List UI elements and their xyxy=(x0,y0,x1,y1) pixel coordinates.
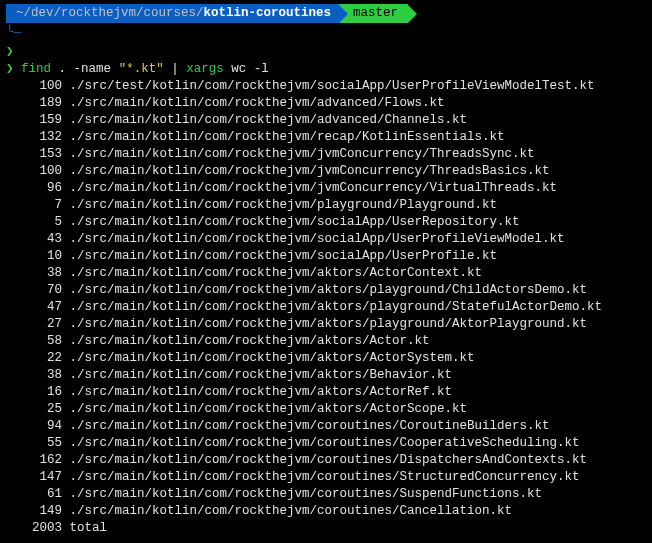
line-count: 159 xyxy=(6,112,62,129)
output-line: 100 ./src/test/kotlin/com/rockthejvm/soc… xyxy=(6,78,646,95)
prompt-char: ❯ xyxy=(6,62,14,76)
output-line: 61 ./src/main/kotlin/com/rockthejvm/coro… xyxy=(6,486,646,503)
file-path: ./src/main/kotlin/com/rockthejvm/advance… xyxy=(62,96,445,110)
command-wc: wc xyxy=(231,62,246,76)
command-find: find xyxy=(21,62,51,76)
output-line: 47 ./src/main/kotlin/com/rockthejvm/akto… xyxy=(6,299,646,316)
file-path: ./src/main/kotlin/com/rockthejvm/jvmConc… xyxy=(62,181,557,195)
path-segment: ~/dev/rockthejvm/courses/kotlin-coroutin… xyxy=(6,4,339,23)
file-path: ./src/main/kotlin/com/rockthejvm/aktors/… xyxy=(62,385,452,399)
line-count: 16 xyxy=(6,384,62,401)
file-path: ./src/main/kotlin/com/rockthejvm/aktors/… xyxy=(62,402,467,416)
command-line[interactable]: ❯ find . -name "*.kt" | xargs wc -l xyxy=(6,61,646,78)
output-line: 43 ./src/main/kotlin/com/rockthejvm/soci… xyxy=(6,231,646,248)
output-line: 38 ./src/main/kotlin/com/rockthejvm/akto… xyxy=(6,265,646,282)
prompt-char: ❯ xyxy=(6,45,14,59)
output-line: 22 ./src/main/kotlin/com/rockthejvm/akto… xyxy=(6,350,646,367)
shell-prompt: ~/dev/rockthejvm/courses/kotlin-coroutin… xyxy=(6,4,646,23)
output-line: 159 ./src/main/kotlin/com/rockthejvm/adv… xyxy=(6,112,646,129)
line-count: 149 xyxy=(6,503,62,520)
command-flag: -l xyxy=(254,62,269,76)
line-count: 70 xyxy=(6,282,62,299)
file-path: ./src/main/kotlin/com/rockthejvm/playgro… xyxy=(62,198,497,212)
output-line: 149 ./src/main/kotlin/com/rockthejvm/cor… xyxy=(6,503,646,520)
file-path: ./src/main/kotlin/com/rockthejvm/corouti… xyxy=(62,504,512,518)
line-count: 162 xyxy=(6,452,62,469)
output-line: 147 ./src/main/kotlin/com/rockthejvm/cor… xyxy=(6,469,646,486)
prompt-continuation: ╰─ xyxy=(6,25,646,42)
line-count: 47 xyxy=(6,299,62,316)
command-xargs: xargs xyxy=(186,62,224,76)
git-branch-segment: master xyxy=(339,4,408,23)
file-path: ./src/main/kotlin/com/rockthejvm/aktors/… xyxy=(62,334,430,348)
powerline-arrow-icon xyxy=(408,5,417,23)
file-path: ./src/main/kotlin/com/rockthejvm/recap/K… xyxy=(62,130,505,144)
file-path: ./src/main/kotlin/com/rockthejvm/corouti… xyxy=(62,453,587,467)
file-path: ./src/main/kotlin/com/rockthejvm/aktors/… xyxy=(62,368,452,382)
file-path: ./src/main/kotlin/com/rockthejvm/corouti… xyxy=(62,419,550,433)
file-path: ./src/main/kotlin/com/rockthejvm/corouti… xyxy=(62,436,580,450)
file-path: ./src/main/kotlin/com/rockthejvm/advance… xyxy=(62,113,467,127)
command-arg: . xyxy=(59,62,67,76)
file-path: ./src/main/kotlin/com/rockthejvm/socialA… xyxy=(62,232,565,246)
powerline-arrow-icon xyxy=(339,5,348,23)
line-count: 38 xyxy=(6,265,62,282)
file-path: ./src/test/kotlin/com/rockthejvm/socialA… xyxy=(62,79,595,93)
output-line: 55 ./src/main/kotlin/com/rockthejvm/coro… xyxy=(6,435,646,452)
command-flag: -name xyxy=(74,62,112,76)
output-line: 70 ./src/main/kotlin/com/rockthejvm/akto… xyxy=(6,282,646,299)
line-count: 38 xyxy=(6,367,62,384)
file-path: ./src/main/kotlin/com/rockthejvm/socialA… xyxy=(62,249,497,263)
output-line: 10 ./src/main/kotlin/com/rockthejvm/soci… xyxy=(6,248,646,265)
line-count: 61 xyxy=(6,486,62,503)
output-line: 58 ./src/main/kotlin/com/rockthejvm/akto… xyxy=(6,333,646,350)
output-line: 25 ./src/main/kotlin/com/rockthejvm/akto… xyxy=(6,401,646,418)
line-count: 43 xyxy=(6,231,62,248)
path-current-dir: kotlin-coroutines xyxy=(204,6,332,20)
output-line: 189 ./src/main/kotlin/com/rockthejvm/adv… xyxy=(6,95,646,112)
line-count: 22 xyxy=(6,350,62,367)
output-line: 16 ./src/main/kotlin/com/rockthejvm/akto… xyxy=(6,384,646,401)
line-count: 94 xyxy=(6,418,62,435)
total-count: 2003 xyxy=(6,520,62,537)
output-line: 153 ./src/main/kotlin/com/rockthejvm/jvm… xyxy=(6,146,646,163)
line-count: 100 xyxy=(6,163,62,180)
file-path: ./src/main/kotlin/com/rockthejvm/corouti… xyxy=(62,470,580,484)
path-prefix: ~/dev/rockthejvm/courses/ xyxy=(16,6,204,20)
line-count: 55 xyxy=(6,435,62,452)
file-path: ./src/main/kotlin/com/rockthejvm/socialA… xyxy=(62,215,520,229)
command-string: "*.kt" xyxy=(119,62,164,76)
line-count: 153 xyxy=(6,146,62,163)
file-path: ./src/main/kotlin/com/rockthejvm/aktors/… xyxy=(62,266,482,280)
line-count: 132 xyxy=(6,129,62,146)
file-path: ./src/main/kotlin/com/rockthejvm/jvmConc… xyxy=(62,147,535,161)
output-line: 38 ./src/main/kotlin/com/rockthejvm/akto… xyxy=(6,367,646,384)
output-line: 5 ./src/main/kotlin/com/rockthejvm/socia… xyxy=(6,214,646,231)
file-path: ./src/main/kotlin/com/rockthejvm/aktors/… xyxy=(62,317,587,331)
file-path: ./src/main/kotlin/com/rockthejvm/jvmConc… xyxy=(62,164,550,178)
output-line: 132 ./src/main/kotlin/com/rockthejvm/rec… xyxy=(6,129,646,146)
empty-prompt-line: ❯ xyxy=(6,44,646,61)
file-path: ./src/main/kotlin/com/rockthejvm/aktors/… xyxy=(62,300,602,314)
line-count: 189 xyxy=(6,95,62,112)
line-count: 27 xyxy=(6,316,62,333)
line-count: 147 xyxy=(6,469,62,486)
file-path: ./src/main/kotlin/com/rockthejvm/aktors/… xyxy=(62,351,475,365)
file-path: ./src/main/kotlin/com/rockthejvm/aktors/… xyxy=(62,283,587,297)
line-count: 10 xyxy=(6,248,62,265)
output-line: 100 ./src/main/kotlin/com/rockthejvm/jvm… xyxy=(6,163,646,180)
file-path: ./src/main/kotlin/com/rockthejvm/corouti… xyxy=(62,487,542,501)
total-label: total xyxy=(70,521,108,535)
line-count: 25 xyxy=(6,401,62,418)
line-count: 58 xyxy=(6,333,62,350)
output-line: 94 ./src/main/kotlin/com/rockthejvm/coro… xyxy=(6,418,646,435)
output-line: 162 ./src/main/kotlin/com/rockthejvm/cor… xyxy=(6,452,646,469)
line-count: 96 xyxy=(6,180,62,197)
output-line: 7 ./src/main/kotlin/com/rockthejvm/playg… xyxy=(6,197,646,214)
output-total-line: 2003 total xyxy=(6,520,646,537)
line-count: 5 xyxy=(6,214,62,231)
command-output: 100 ./src/test/kotlin/com/rockthejvm/soc… xyxy=(6,78,646,520)
output-line: 96 ./src/main/kotlin/com/rockthejvm/jvmC… xyxy=(6,180,646,197)
line-count: 7 xyxy=(6,197,62,214)
pipe-operator: | xyxy=(171,62,179,76)
